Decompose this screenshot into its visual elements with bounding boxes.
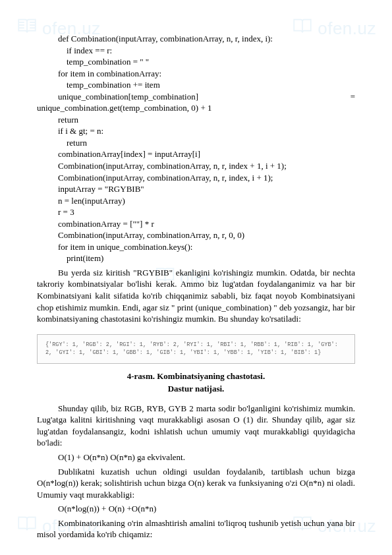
code-line: unique_combination[temp_combination] = [58, 91, 355, 103]
code-line: Combination(inputArray, combinationArray… [58, 160, 355, 172]
code-line-outdent: unique_combination.get(temp_combination,… [37, 102, 355, 114]
code-line: return [58, 137, 355, 149]
formula-text: O(n*log(n)) + O(n) +O(n*n) [58, 504, 156, 513]
code-line: if index == r: [58, 45, 355, 57]
code-line: combinationArray[index] = inputArray[i] [58, 148, 355, 160]
code-line: return [58, 114, 355, 126]
paragraph: Dublikatni kuzatish uchun oldingi usulda… [37, 466, 355, 501]
paragraph-text: Kombinatorikaning o'rin almashtirish ama… [37, 518, 355, 540]
code-fragment: = [350, 91, 355, 103]
paragraph-text: Dublikatni kuzatish uchun oldingi usulda… [37, 467, 355, 500]
code-line: Combination(inputArray, combinationArray… [58, 229, 355, 241]
code-line: print(item) [58, 252, 355, 264]
code-line: inputArray = "RGYBIB" [58, 183, 355, 195]
output-box: {'RGY': 1, 'RGB': 2, 'RGI': 1, 'RYB': 2,… [37, 334, 355, 365]
code-line: for item in combinationArray: [58, 68, 355, 80]
code-line: if i & gt; = n: [58, 125, 355, 137]
paragraph-text: Bu yerda siz kiritish "RGYBIB" ekanligin… [37, 268, 355, 324]
code-listing: def Combination(inputArray, combinationA… [58, 33, 355, 102]
page-content: def Combination(inputArray, combinationA… [0, 0, 392, 555]
formula-text: O(1) + O(n*n) O(n*n) ga ekvivalent. [58, 452, 185, 462]
formula-line: O(1) + O(n*n) O(n*n) ga ekvivalent. [37, 452, 355, 463]
code-fragment: unique_combination[temp_combination] [58, 91, 198, 103]
figure-caption: 4-rasm. Kombinatsiyaning chastotasi. Das… [37, 370, 355, 394]
formula-line: O(n*log(n)) + O(n) +O(n*n) [37, 503, 355, 515]
code-line: unique_combination.get(temp_combination,… [37, 102, 355, 114]
code-line: combinationArray = [""] * r [58, 218, 355, 230]
code-line: r = 3 [58, 206, 355, 218]
paragraph-block: Shunday qilib, biz RGB, RYB, GYB 2 marta… [37, 403, 355, 540]
paragraph-text: Shunday qilib, biz RGB, RYB, GYB 2 marta… [37, 403, 355, 448]
paragraph: Bu yerda siz kiritish "RGYBIB" ekanligin… [37, 267, 355, 325]
paragraph: Shunday qilib, biz RGB, RYB, GYB 2 marta… [37, 403, 355, 449]
code-line: Combination(inputArray, combinationArray… [58, 172, 355, 184]
code-line: temp_combination = " " [58, 56, 355, 68]
caption-line: Dastur natijasi. [37, 383, 355, 395]
code-line: for item in unique_combination.keys(): [58, 241, 355, 253]
caption-line: 4-rasm. Kombinatsiyaning chastotasi. [37, 370, 355, 382]
code-line: def Combination(inputArray, combinationA… [58, 33, 355, 45]
code-line: temp_combination += item [58, 79, 355, 91]
code-listing-continued: return if i & gt; = n: return combinatio… [58, 114, 355, 264]
paragraph: Kombinatorikaning o'rin almashtirish ama… [37, 517, 355, 540]
code-line: n = len(inputArray) [58, 195, 355, 207]
